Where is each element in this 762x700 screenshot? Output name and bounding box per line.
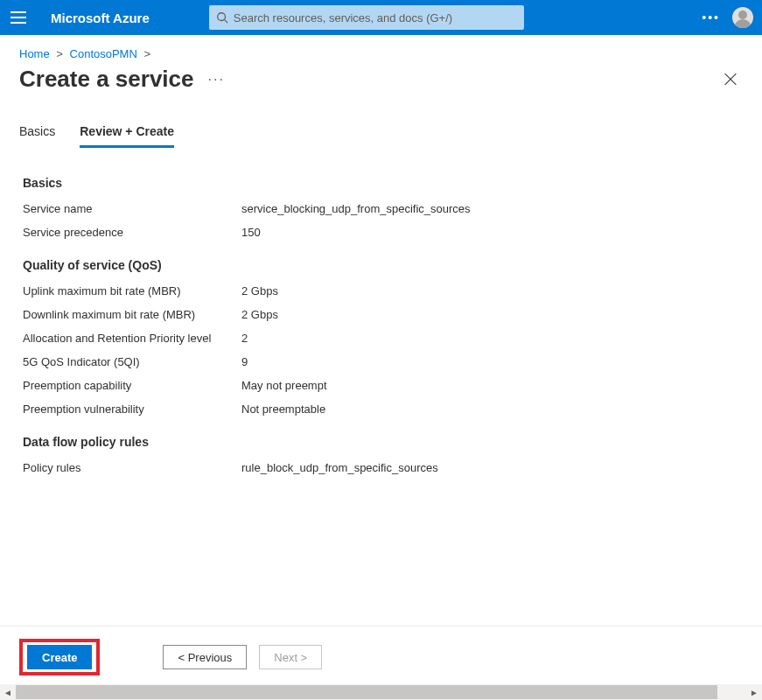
previous-button[interactable]: < Previous — [163, 645, 247, 669]
scrollbar-track[interactable] — [16, 684, 746, 700]
summary-row: Service nameservice_blocking_udp_from_sp… — [23, 197, 739, 220]
footer: Create < Previous Next > — [0, 626, 762, 684]
search-wrap: Search resources, services, and docs (G+… — [209, 5, 524, 30]
row-value: May not preempt — [241, 379, 327, 392]
row-value: rule_block_udp_from_specific_sources — [241, 461, 438, 474]
avatar[interactable] — [732, 7, 753, 28]
summary-row: Uplink maximum bit rate (MBR)2 Gbps — [23, 279, 739, 303]
horizontal-scrollbar[interactable]: ◄ ► — [0, 684, 762, 700]
title-row: Create a service ··· — [0, 66, 762, 93]
chevron-right-icon: > — [140, 47, 154, 60]
page-actions-icon[interactable]: ··· — [207, 72, 224, 88]
svg-point-0 — [218, 13, 226, 21]
summary-row: Preemption vulnerabilityNot preemptable — [23, 397, 739, 421]
tab-review-create[interactable]: Review + Create — [80, 124, 174, 148]
page-title: Create a service — [19, 66, 193, 93]
section-heading-qos: Quality of service (QoS) — [23, 244, 739, 279]
summary-row: Preemption capabilityMay not preempt — [23, 374, 739, 397]
summary-row: Downlink maximum bit rate (MBR)2 Gbps — [23, 303, 739, 326]
close-icon[interactable] — [724, 73, 738, 87]
row-key: 5G QoS Indicator (5QI) — [23, 355, 241, 368]
row-key: Uplink maximum bit rate (MBR) — [23, 284, 241, 298]
row-key: Policy rules — [23, 461, 241, 474]
tabs: Basics Review + Create — [0, 93, 762, 148]
summary-row: 5G QoS Indicator (5QI)9 — [23, 350, 739, 374]
scroll-left-icon[interactable]: ◄ — [0, 684, 16, 700]
scrollbar-thumb[interactable] — [16, 685, 717, 699]
breadcrumb: Home > ContosoPMN > — [0, 35, 762, 66]
row-value: 150 — [241, 226, 261, 239]
more-icon[interactable]: ••• — [702, 10, 720, 24]
row-key: Allocation and Retention Priority level — [23, 332, 241, 345]
row-value: 2 — [241, 332, 248, 345]
section-heading-rules: Data flow policy rules — [23, 421, 739, 456]
svg-line-1 — [224, 20, 227, 24]
row-key: Service precedence — [23, 226, 241, 239]
row-key: Downlink maximum bit rate (MBR) — [23, 308, 241, 321]
row-value: 2 Gbps — [241, 308, 278, 321]
breadcrumb-home[interactable]: Home — [19, 47, 50, 60]
summary-row: Service precedence150 — [23, 220, 739, 244]
search-icon — [216, 11, 228, 24]
highlight-box: Create — [19, 639, 100, 676]
scroll-right-icon[interactable]: ► — [746, 684, 762, 700]
topbar-right: ••• — [702, 7, 753, 28]
row-value: Not preemptable — [241, 402, 325, 416]
row-key: Preemption capability — [23, 379, 241, 392]
summary-panel: Basics Service nameservice_blocking_udp_… — [0, 148, 762, 486]
tab-basics[interactable]: Basics — [19, 124, 55, 148]
row-value: 2 Gbps — [241, 284, 278, 298]
row-key: Preemption vulnerability — [23, 402, 241, 416]
menu-icon[interactable] — [10, 11, 26, 24]
search-input[interactable]: Search resources, services, and docs (G+… — [209, 5, 524, 30]
summary-row: Allocation and Retention Priority level2 — [23, 326, 739, 350]
row-value: 9 — [241, 355, 248, 368]
summary-row: Policy rulesrule_block_udp_from_specific… — [23, 456, 739, 480]
top-bar: Microsoft Azure Search resources, servic… — [0, 0, 762, 35]
next-button: Next > — [259, 645, 322, 669]
section-heading-basics: Basics — [23, 169, 739, 197]
brand-logo[interactable]: Microsoft Azure — [51, 10, 150, 25]
row-key: Service name — [23, 202, 241, 215]
search-placeholder: Search resources, services, and docs (G+… — [234, 11, 452, 24]
row-value: service_blocking_udp_from_specific_sourc… — [241, 202, 471, 215]
chevron-right-icon: > — [52, 47, 66, 60]
create-button[interactable]: Create — [27, 645, 92, 669]
breadcrumb-resource[interactable]: ContosoPMN — [70, 47, 137, 60]
